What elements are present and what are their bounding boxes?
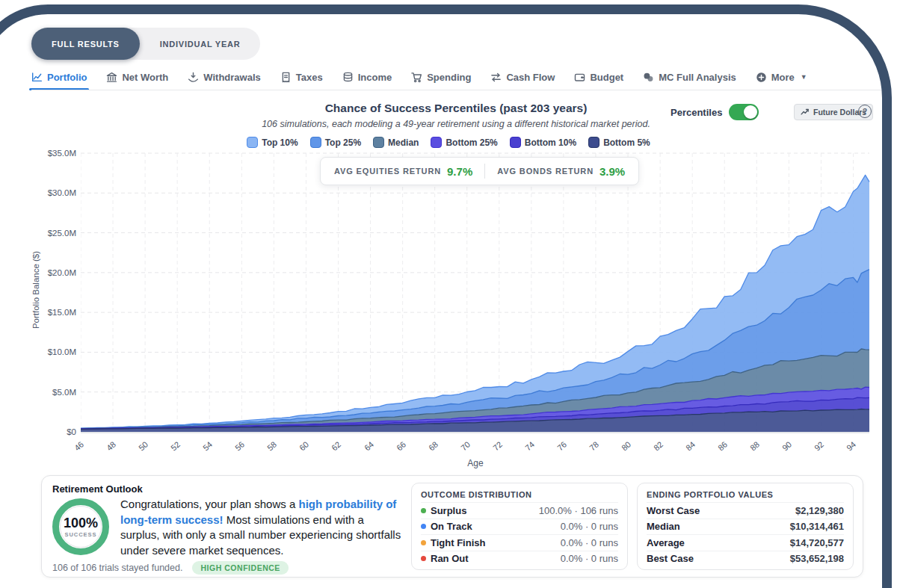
legend-label: Top 10% <box>262 137 298 148</box>
chart-line-icon <box>31 72 43 83</box>
legend-item-median[interactable]: Median <box>373 137 419 148</box>
withdraw-hand-icon <box>188 72 199 83</box>
legend-item-bottom-5[interactable]: Bottom 5% <box>588 137 650 148</box>
nav-tab-withdrawals[interactable]: Withdrawals <box>188 72 260 83</box>
x-tick-label: 72 <box>491 439 504 452</box>
outlook-section: Retirement Outlook 100% SUCCESS Congratu… <box>52 483 402 570</box>
x-tick-label: 74 <box>523 439 536 452</box>
arrows-swap-icon <box>490 72 502 83</box>
y-tick-label: $0 <box>67 427 76 436</box>
receipt-icon <box>280 72 292 83</box>
x-tick-label: 68 <box>427 439 440 452</box>
row-label-text: Ran Out <box>431 553 469 564</box>
legend-item-top-25[interactable]: Top 25% <box>310 137 361 148</box>
coins-pair-icon <box>643 72 654 83</box>
nav-tab-label: Taxes <box>296 72 323 83</box>
y-tick-label: $15.0M <box>48 308 76 317</box>
legend-label: Median <box>388 137 419 148</box>
legend-item-top-10[interactable]: Top 10% <box>247 137 298 148</box>
row-label: Ran Out <box>421 553 469 564</box>
equities-return-value: 9.7% <box>447 165 472 178</box>
chart-legend: Top 10%Top 25%MedianBottom 25%Bottom 10%… <box>0 137 897 148</box>
trend-up-icon <box>801 108 810 117</box>
legend-swatch <box>588 137 599 148</box>
x-tick-label: 60 <box>298 439 310 452</box>
x-tick-label: 50 <box>137 439 150 452</box>
row-label-text: Worst Case <box>647 505 700 516</box>
x-tick-label: 62 <box>330 439 342 452</box>
nav-tab-income[interactable]: Income <box>342 72 392 83</box>
toggle-knob <box>744 105 757 119</box>
percentiles-toggle[interactable] <box>729 104 759 120</box>
bonds-return-label: AVG BONDS RETURN <box>497 167 594 176</box>
ending-portfolio-values-title: ENDING PORTFOLIO VALUES <box>647 489 844 502</box>
row-label: Tight Finish <box>421 537 485 548</box>
row-value: $2,129,380 <box>795 505 844 516</box>
row-value: $10,314,461 <box>790 521 844 532</box>
cart-icon <box>411 72 422 83</box>
row-value: 0.0% · 0 runs <box>561 537 618 548</box>
confidence-badge: HIGH CONFIDENCE <box>192 561 288 575</box>
table-row: Tight Finish0.0% · 0 runs <box>421 534 618 551</box>
legend-label: Bottom 5% <box>603 137 650 148</box>
x-tick-label: 52 <box>169 439 182 452</box>
nav-tab-portfolio[interactable]: Portfolio <box>31 72 87 83</box>
table-row: Surplus100.0% · 106 runs <box>421 502 618 519</box>
nav-tab-spending[interactable]: Spending <box>411 72 471 83</box>
y-axis-title: Portfolio Balance ($) <box>31 215 40 365</box>
nav-divider <box>31 90 884 90</box>
legend-item-bottom-25[interactable]: Bottom 25% <box>431 137 497 148</box>
chart-title: Chance of Success Percentiles (past 203 … <box>187 102 725 115</box>
x-tick-label: 94 <box>845 439 857 452</box>
legend-label: Bottom 25% <box>446 137 497 148</box>
ending-portfolio-values-panel: ENDING PORTFOLIO VALUES Worst Case$2,129… <box>637 483 854 570</box>
nav-tab-budget[interactable]: Budget <box>574 72 623 83</box>
x-tick-label: 64 <box>363 439 375 452</box>
x-tick-label: 86 <box>716 439 729 452</box>
nav-tabs: PortfolioNet WorthWithdrawalsTaxesIncome… <box>31 67 878 87</box>
row-label-text: Tight Finish <box>431 537 485 548</box>
row-label: Worst Case <box>647 505 700 516</box>
nav-tab-label: Withdrawals <box>203 72 260 83</box>
nav-tab-mc-full-analysis[interactable]: MC Full Analysis <box>643 72 736 83</box>
nav-tab-label: Net Worth <box>122 72 168 83</box>
x-tick-label: 58 <box>265 439 278 452</box>
row-label: Average <box>647 537 685 548</box>
legend-item-bottom-10[interactable]: Bottom 10% <box>510 137 576 148</box>
outlook-message: Congratulations, your plan shows a high … <box>120 497 402 559</box>
equities-return-label: AVG EQUITIES RETURN <box>334 167 441 176</box>
x-axis-title: Age <box>81 458 870 468</box>
status-dot-icon <box>421 540 426 545</box>
nav-tab-cash-flow[interactable]: Cash Flow <box>490 72 555 83</box>
nav-tab-label: More <box>771 72 795 83</box>
returns-stats-bar: AVG EQUITIES RETURN 9.7% AVG BONDS RETUR… <box>320 157 639 185</box>
success-ring-inner: 100% SUCCESS <box>60 506 102 548</box>
help-icon[interactable]: ? <box>858 105 872 118</box>
x-tick-label: 88 <box>748 439 761 452</box>
nav-tab-more[interactable]: More▼ <box>756 72 807 83</box>
row-label: Best Case <box>647 553 694 564</box>
nav-tab-label: Portfolio <box>47 72 87 83</box>
nav-tab-taxes[interactable]: Taxes <box>280 72 323 83</box>
row-value: 0.0% · 0 runs <box>561 521 618 532</box>
y-axis-ticks: $0$5.0M$10.0M$15.0M$20.0M$25.0M$30.0M$35… <box>21 151 76 433</box>
nav-tab-net-worth[interactable]: Net Worth <box>106 72 168 83</box>
row-value: $14,720,577 <box>790 537 844 548</box>
legend-swatch <box>431 137 442 148</box>
view-tab-individual-year[interactable]: INDIVIDUAL YEAR <box>140 28 261 60</box>
row-value: 0.0% · 0 runs <box>561 553 618 564</box>
x-axis-ticks: 4648505254565860626466687072747678808284… <box>81 438 888 460</box>
portfolio-chart-canvas <box>81 151 870 433</box>
stats-divider <box>484 164 485 179</box>
row-label-text: Best Case <box>647 553 694 564</box>
x-tick-label: 82 <box>652 439 665 452</box>
view-tab-full-results[interactable]: FULL RESULTS <box>31 28 140 60</box>
nav-tab-label: Spending <box>427 72 471 83</box>
outcome-distribution-panel: OUTCOME DISTRIBUTION Surplus100.0% · 106… <box>411 483 628 570</box>
x-tick-label: 84 <box>684 439 697 452</box>
row-label: Surplus <box>421 505 466 516</box>
chart-subtitle: 106 simulations, each modeling a 49-year… <box>112 119 800 129</box>
table-row: On Track0.0% · 0 runs <box>421 519 618 535</box>
y-tick-label: $35.0M <box>48 149 76 158</box>
y-tick-label: $30.0M <box>48 188 76 197</box>
